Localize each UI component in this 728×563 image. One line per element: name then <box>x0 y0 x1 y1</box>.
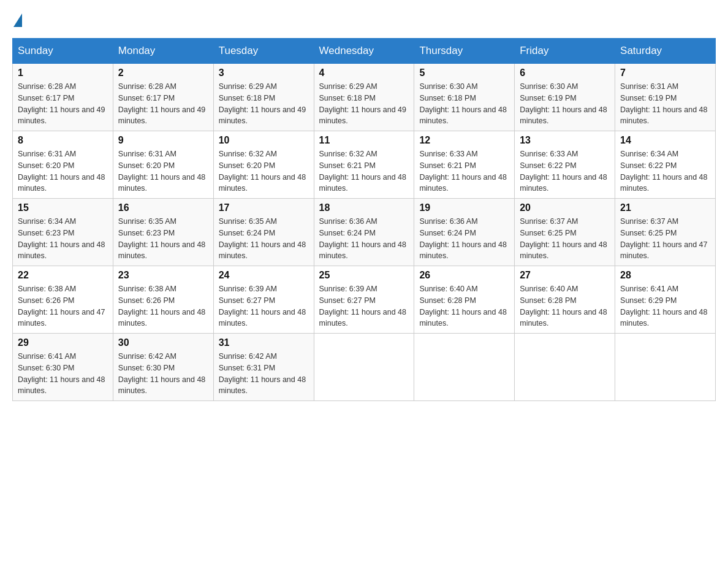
day-number: 24 <box>219 270 309 281</box>
day-number: 13 <box>520 135 610 146</box>
header-day-saturday: Saturday <box>615 39 716 64</box>
calendar-cell: 31 Sunrise: 6:42 AMSunset: 6:31 PMDaylig… <box>213 334 314 401</box>
day-number: 14 <box>620 135 710 146</box>
calendar-cell: 7 Sunrise: 6:31 AMSunset: 6:19 PMDayligh… <box>615 64 716 131</box>
calendar-cell <box>314 334 414 401</box>
day-number: 26 <box>419 270 509 281</box>
day-info: Sunrise: 6:37 AMSunset: 6:25 PMDaylight:… <box>620 217 707 260</box>
day-info: Sunrise: 6:28 AMSunset: 6:17 PMDaylight:… <box>118 82 205 125</box>
calendar-cell: 15 Sunrise: 6:34 AMSunset: 6:23 PMDaylig… <box>13 199 113 266</box>
day-number: 17 <box>219 202 309 213</box>
day-number: 23 <box>118 270 208 281</box>
day-info: Sunrise: 6:29 AMSunset: 6:18 PMDaylight:… <box>219 82 306 125</box>
calendar-cell: 22 Sunrise: 6:38 AMSunset: 6:26 PMDaylig… <box>13 266 113 334</box>
calendar-body: 1 Sunrise: 6:28 AMSunset: 6:17 PMDayligh… <box>13 64 716 401</box>
day-number: 4 <box>319 67 409 79</box>
logo-triangle-icon <box>13 13 22 27</box>
week-row-2: 8 Sunrise: 6:31 AMSunset: 6:20 PMDayligh… <box>13 131 716 199</box>
calendar-cell: 19 Sunrise: 6:36 AMSunset: 6:24 PMDaylig… <box>414 199 515 266</box>
week-row-5: 29 Sunrise: 6:41 AMSunset: 6:30 PMDaylig… <box>13 334 716 401</box>
page-header <box>12 12 716 26</box>
day-info: Sunrise: 6:31 AMSunset: 6:19 PMDaylight:… <box>620 82 707 125</box>
header-day-wednesday: Wednesday <box>314 39 414 64</box>
day-info: Sunrise: 6:29 AMSunset: 6:18 PMDaylight:… <box>319 82 406 125</box>
calendar-cell <box>515 334 615 401</box>
calendar-cell: 13 Sunrise: 6:33 AMSunset: 6:22 PMDaylig… <box>515 131 615 199</box>
day-number: 31 <box>219 337 309 348</box>
day-number: 15 <box>18 202 108 213</box>
day-number: 20 <box>520 202 610 213</box>
day-info: Sunrise: 6:34 AMSunset: 6:22 PMDaylight:… <box>620 150 707 193</box>
week-row-1: 1 Sunrise: 6:28 AMSunset: 6:17 PMDayligh… <box>13 64 716 131</box>
calendar-cell: 24 Sunrise: 6:39 AMSunset: 6:27 PMDaylig… <box>213 266 314 334</box>
calendar-cell: 4 Sunrise: 6:29 AMSunset: 6:18 PMDayligh… <box>314 64 414 131</box>
calendar-cell: 10 Sunrise: 6:32 AMSunset: 6:20 PMDaylig… <box>213 131 314 199</box>
day-info: Sunrise: 6:33 AMSunset: 6:21 PMDaylight:… <box>419 150 506 193</box>
calendar-cell: 3 Sunrise: 6:29 AMSunset: 6:18 PMDayligh… <box>213 64 314 131</box>
day-info: Sunrise: 6:35 AMSunset: 6:24 PMDaylight:… <box>219 217 306 260</box>
day-number: 9 <box>118 135 208 146</box>
day-info: Sunrise: 6:30 AMSunset: 6:18 PMDaylight:… <box>419 82 506 125</box>
day-number: 21 <box>620 202 710 213</box>
calendar-cell: 11 Sunrise: 6:32 AMSunset: 6:21 PMDaylig… <box>314 131 414 199</box>
week-row-4: 22 Sunrise: 6:38 AMSunset: 6:26 PMDaylig… <box>13 266 716 334</box>
day-info: Sunrise: 6:35 AMSunset: 6:23 PMDaylight:… <box>118 217 205 260</box>
day-number: 18 <box>319 202 409 213</box>
day-info: Sunrise: 6:31 AMSunset: 6:20 PMDaylight:… <box>18 150 105 193</box>
calendar-cell: 18 Sunrise: 6:36 AMSunset: 6:24 PMDaylig… <box>314 199 414 266</box>
calendar-table: SundayMondayTuesdayWednesdayThursdayFrid… <box>12 38 716 401</box>
day-info: Sunrise: 6:32 AMSunset: 6:21 PMDaylight:… <box>319 150 406 193</box>
day-number: 8 <box>18 135 108 146</box>
day-number: 7 <box>620 67 710 79</box>
calendar-cell: 23 Sunrise: 6:38 AMSunset: 6:26 PMDaylig… <box>113 266 213 334</box>
day-info: Sunrise: 6:36 AMSunset: 6:24 PMDaylight:… <box>319 217 406 260</box>
header-day-thursday: Thursday <box>414 39 515 64</box>
calendar-cell: 29 Sunrise: 6:41 AMSunset: 6:30 PMDaylig… <box>13 334 113 401</box>
day-number: 3 <box>219 67 309 79</box>
day-info: Sunrise: 6:33 AMSunset: 6:22 PMDaylight:… <box>520 150 607 193</box>
day-info: Sunrise: 6:42 AMSunset: 6:30 PMDaylight:… <box>118 352 205 395</box>
header-day-monday: Monday <box>113 39 213 64</box>
day-number: 12 <box>419 135 509 146</box>
calendar-cell: 17 Sunrise: 6:35 AMSunset: 6:24 PMDaylig… <box>213 199 314 266</box>
day-info: Sunrise: 6:39 AMSunset: 6:27 PMDaylight:… <box>219 285 306 327</box>
header-day-friday: Friday <box>515 39 615 64</box>
header-row: SundayMondayTuesdayWednesdayThursdayFrid… <box>13 39 716 64</box>
day-info: Sunrise: 6:41 AMSunset: 6:29 PMDaylight:… <box>620 285 707 327</box>
calendar-cell: 8 Sunrise: 6:31 AMSunset: 6:20 PMDayligh… <box>13 131 113 199</box>
calendar-cell: 30 Sunrise: 6:42 AMSunset: 6:30 PMDaylig… <box>113 334 213 401</box>
day-number: 6 <box>520 67 610 79</box>
day-number: 5 <box>419 67 509 79</box>
calendar-header: SundayMondayTuesdayWednesdayThursdayFrid… <box>13 39 716 64</box>
day-number: 22 <box>18 270 108 281</box>
calendar-cell: 27 Sunrise: 6:40 AMSunset: 6:28 PMDaylig… <box>515 266 615 334</box>
day-number: 2 <box>118 67 208 79</box>
calendar-cell: 9 Sunrise: 6:31 AMSunset: 6:20 PMDayligh… <box>113 131 213 199</box>
day-number: 1 <box>18 67 108 79</box>
day-info: Sunrise: 6:30 AMSunset: 6:19 PMDaylight:… <box>520 82 607 125</box>
day-info: Sunrise: 6:38 AMSunset: 6:26 PMDaylight:… <box>18 285 105 327</box>
calendar-cell: 16 Sunrise: 6:35 AMSunset: 6:23 PMDaylig… <box>113 199 213 266</box>
day-number: 16 <box>118 202 208 213</box>
day-info: Sunrise: 6:34 AMSunset: 6:23 PMDaylight:… <box>18 217 105 260</box>
day-info: Sunrise: 6:41 AMSunset: 6:30 PMDaylight:… <box>18 352 105 395</box>
day-number: 30 <box>118 337 208 348</box>
calendar-cell: 14 Sunrise: 6:34 AMSunset: 6:22 PMDaylig… <box>615 131 716 199</box>
calendar-cell <box>414 334 515 401</box>
day-info: Sunrise: 6:31 AMSunset: 6:20 PMDaylight:… <box>118 150 205 193</box>
calendar-cell: 25 Sunrise: 6:39 AMSunset: 6:27 PMDaylig… <box>314 266 414 334</box>
calendar-cell: 12 Sunrise: 6:33 AMSunset: 6:21 PMDaylig… <box>414 131 515 199</box>
week-row-3: 15 Sunrise: 6:34 AMSunset: 6:23 PMDaylig… <box>13 199 716 266</box>
calendar-cell: 5 Sunrise: 6:30 AMSunset: 6:18 PMDayligh… <box>414 64 515 131</box>
calendar-cell: 2 Sunrise: 6:28 AMSunset: 6:17 PMDayligh… <box>113 64 213 131</box>
header-day-sunday: Sunday <box>13 39 113 64</box>
calendar-cell: 26 Sunrise: 6:40 AMSunset: 6:28 PMDaylig… <box>414 266 515 334</box>
day-number: 29 <box>18 337 108 348</box>
day-number: 27 <box>520 270 610 281</box>
calendar-cell: 1 Sunrise: 6:28 AMSunset: 6:17 PMDayligh… <box>13 64 113 131</box>
day-info: Sunrise: 6:28 AMSunset: 6:17 PMDaylight:… <box>18 82 105 125</box>
calendar-cell: 20 Sunrise: 6:37 AMSunset: 6:25 PMDaylig… <box>515 199 615 266</box>
calendar-cell: 28 Sunrise: 6:41 AMSunset: 6:29 PMDaylig… <box>615 266 716 334</box>
logo <box>12 12 23 26</box>
day-number: 10 <box>219 135 309 146</box>
